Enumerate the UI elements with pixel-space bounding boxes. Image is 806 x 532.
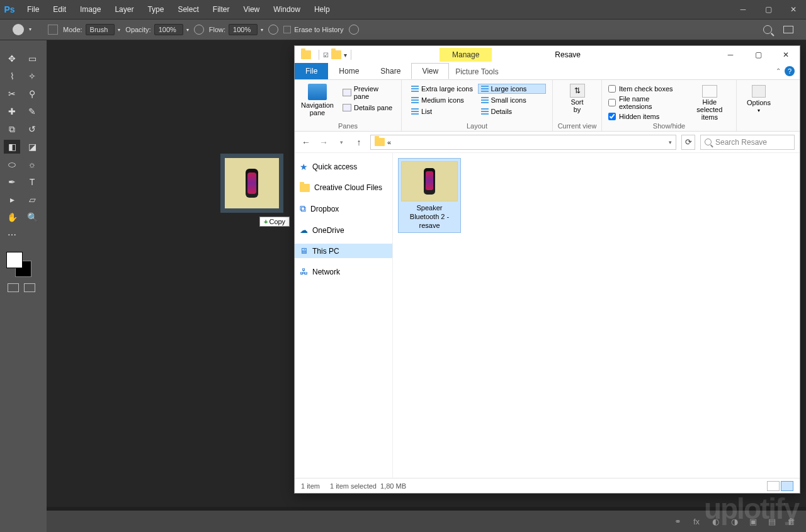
quickmask-mode-icon[interactable] [24,283,35,292]
search-box[interactable]: Search Resave [700,135,795,150]
nav-network[interactable]: 🖧Network [295,264,392,279]
explorer-titlebar: ☑ ▾ Manage Resave ─ ▢ ✕ [295,46,800,64]
nav-quick-access[interactable]: ★Quick access [295,159,392,174]
details-pane-button[interactable]: Details pane [343,104,395,111]
file-name-extensions-toggle[interactable]: File name extensions [608,95,682,110]
nav-forward-button[interactable]: → [317,136,330,149]
tab-view[interactable]: View [411,63,449,79]
stamp-tool-icon[interactable]: ⧉ [4,122,20,136]
nav-this-pc[interactable]: 🖥This PC [295,244,392,258]
nav-history-button[interactable]: ▾ [335,136,348,149]
marquee-tool-icon[interactable]: ▭ [24,52,40,65]
menu-filter[interactable]: Filter [207,3,236,16]
sort-by-button[interactable]: ⇅ Sort by [570,84,585,113]
navigation-pane-button[interactable]: Navigation pane [301,84,334,116]
type-tool-icon[interactable]: T [24,175,40,189]
explorer-close-button[interactable]: ✕ [772,46,800,64]
eyedropper-tool-icon[interactable]: ⚲ [24,87,40,101]
lasso-tool-icon[interactable]: ⌇ [4,69,20,83]
path-select-tool-icon[interactable]: ▸ [4,193,20,207]
history-brush-tool-icon[interactable]: ↺ [24,122,40,136]
explorer-maximize-button[interactable]: ▢ [744,46,772,64]
layout-medium[interactable]: Medium icons [408,95,477,105]
file-item[interactable]: Speaker Bluetooth 2 - resave [398,158,461,233]
blur-tool-icon[interactable]: ⬭ [4,157,20,171]
nav-up-button[interactable]: ↑ [353,136,365,149]
more-tools-icon[interactable]: ⋯ [4,228,20,242]
hidden-items-toggle[interactable]: Hidden items [608,113,682,120]
explorer-status-bar: 1 item 1 item selected 1,80 MB [295,478,800,493]
hide-selected-items-button[interactable]: Hide selected items [690,85,730,121]
pen-tool-icon[interactable]: ✒ [4,175,20,189]
fx-icon[interactable]: fx [691,517,701,526]
collapse-ribbon-icon[interactable]: ⌃ [776,67,781,74]
flow-value[interactable]: 100% [229,24,258,35]
eraser-tool-icon[interactable]: ◧ [4,140,20,154]
view-details-button[interactable] [767,481,780,491]
help-icon[interactable]: ? [785,66,795,76]
tab-file[interactable]: File [295,63,328,79]
hand-tool-icon[interactable]: ✋ [4,210,20,224]
ps-minimize-button[interactable]: ─ [730,0,756,19]
ps-maximize-button[interactable]: ▢ [756,0,781,19]
qat-dropdown-icon[interactable]: ▾ [344,52,347,59]
dodge-tool-icon[interactable]: ☼ [24,157,40,171]
pressure-opacity-icon[interactable] [194,25,204,35]
ps-search-icon[interactable] [763,25,772,34]
options-button[interactable]: Options ▾ [747,85,771,113]
context-tab-label[interactable]: Picture Tools [449,64,504,79]
link-icon[interactable]: ⚭ [673,517,683,526]
crop-tool-icon[interactable]: ✂ [4,87,20,101]
menu-edit[interactable]: Edit [47,3,72,16]
brush-preset-icon[interactable] [48,25,58,35]
airbrush-icon[interactable] [268,25,278,35]
pressure-size-icon[interactable] [349,25,359,35]
healing-brush-tool-icon[interactable]: ✚ [4,105,20,118]
zoom-tool-icon[interactable]: 🔍 [24,210,40,224]
tab-home[interactable]: Home [328,63,370,79]
layout-list[interactable]: List [408,106,477,116]
nav-onedrive[interactable]: ☁OneDrive [295,223,392,237]
menu-type[interactable]: Type [142,3,169,16]
layout-large[interactable]: Large icons [478,84,547,94]
brush-tool-icon[interactable]: ✎ [24,105,40,118]
preview-pane-button[interactable]: Preview pane [343,85,395,100]
refresh-button[interactable]: ⟳ [681,135,695,150]
erase-to-history-toggle[interactable]: Erase to History [283,26,343,33]
magic-wand-tool-icon[interactable]: ✧ [24,69,40,83]
item-check-boxes-toggle[interactable]: Item check boxes [608,85,682,93]
view-thumbnails-button[interactable] [781,481,793,491]
gradient-tool-icon[interactable]: ◪ [24,140,40,154]
menu-help[interactable]: Help [309,3,336,16]
address-path[interactable]: « ▾ [370,135,676,150]
nav-creative-cloud[interactable]: Creative Cloud Files [295,181,392,195]
menu-view[interactable]: View [237,3,265,16]
folder-contents[interactable]: Speaker Bluetooth 2 - resave [393,153,800,478]
nav-dropbox[interactable]: ⧉Dropbox [295,201,392,217]
qat-checkbox-icon[interactable]: ☑ [323,52,329,59]
context-tab-manage[interactable]: Manage [440,48,492,62]
menu-file[interactable]: File [21,3,45,16]
explorer-minimize-button[interactable]: ─ [717,46,744,64]
layout-small[interactable]: Small icons [478,95,547,105]
menu-window[interactable]: Window [268,3,306,16]
ps-close-button[interactable]: ✕ [781,0,806,19]
menu-select[interactable]: Select [172,3,204,16]
standard-mode-icon[interactable] [8,283,19,292]
shape-tool-icon[interactable]: ▱ [24,193,40,207]
move-tool-icon[interactable]: ✥ [4,52,20,65]
menu-layer[interactable]: Layer [109,3,139,16]
layout-extra-large[interactable]: Extra large icons [408,84,477,94]
mode-select[interactable]: Brush [86,24,115,35]
opacity-value[interactable]: 100% [154,24,183,35]
nav-back-button[interactable]: ← [300,136,312,149]
foreground-color-swatch[interactable] [6,252,23,268]
eraser-tool-icon[interactable] [13,24,24,35]
explorer-window-title: Resave [555,50,581,59]
color-swatches[interactable] [6,252,31,277]
layout-details[interactable]: Details [478,106,547,116]
menu-image[interactable]: Image [74,3,106,16]
workspace-switcher-icon[interactable] [783,26,793,33]
qat-folder-icon[interactable] [331,50,341,59]
tab-share[interactable]: Share [370,63,411,79]
